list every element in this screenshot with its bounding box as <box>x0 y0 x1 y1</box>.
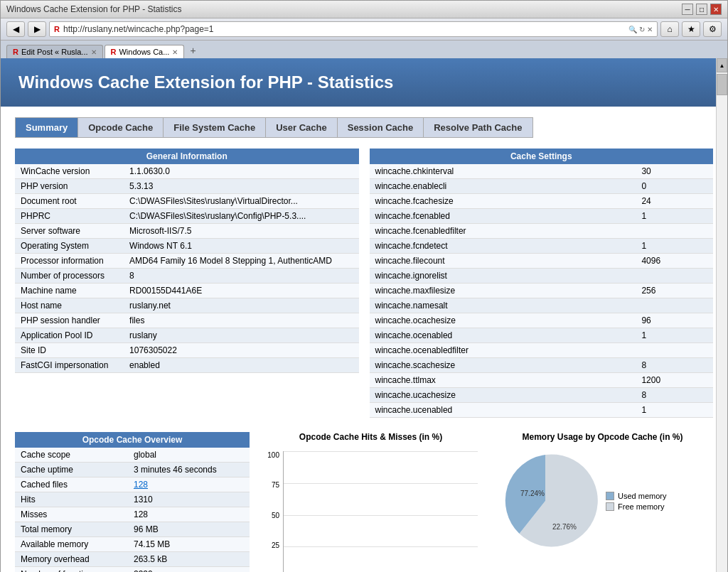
row-value: 1076305022 <box>124 343 358 358</box>
search-icon[interactable]: 🔍 <box>628 26 637 33</box>
row-value: C:\DWASFiles\Sites\ruslany\VirtualDirect… <box>124 194 358 209</box>
row-key: Host name <box>15 298 124 313</box>
row-value: AMD64 Family 16 Model 8 Stepping 1, Auth… <box>124 254 358 269</box>
row-key: Number of processors <box>15 269 124 284</box>
tab-bar: R Edit Post « Rusla... ✕ R Windows Ca...… <box>1 41 727 58</box>
pie-legend: Used memory Free memory <box>606 492 666 513</box>
table-row: Hits1310 <box>15 492 250 507</box>
row-key: FastCGI impersonation <box>15 358 124 373</box>
row-value: C:\DWASFiles\Sites\ruslany\Config\PHP-5.… <box>124 209 358 224</box>
row-key: Misses <box>15 507 128 522</box>
tab-resolve-path-cache[interactable]: Resolve Path Cache <box>424 117 532 138</box>
table-row: wincache.ttlmax1200 <box>370 373 714 388</box>
row-value: 0 <box>636 179 713 194</box>
cache-settings-header: Cache Settings <box>370 149 714 164</box>
minimize-button[interactable]: ─ <box>682 4 693 15</box>
charts-area: Opcode Cache Hits & Misses (in %) 100 75… <box>260 432 713 572</box>
tab-summary[interactable]: Summary <box>15 117 78 138</box>
bar-chart-container: Opcode Cache Hits & Misses (in %) 100 75… <box>260 432 481 572</box>
tab-file-system-cache[interactable]: File System Cache <box>164 117 266 138</box>
row-value: 1 <box>636 328 713 343</box>
gridline-50 <box>284 515 478 516</box>
table-row: wincache.ocenabledfilter <box>370 343 714 358</box>
row-value: enabled <box>124 358 358 373</box>
row-key: Memory overhead <box>15 552 128 567</box>
row-value: global <box>128 448 250 463</box>
tab-user-cache[interactable]: User Cache <box>266 117 338 138</box>
row-key: wincache.fcachesize <box>370 194 636 209</box>
tab-close-2[interactable]: ✕ <box>172 48 178 56</box>
refresh-icon[interactable]: ↻ <box>639 26 645 33</box>
general-info-header: General Information <box>15 149 359 164</box>
table-row: Total memory96 MB <box>15 522 250 537</box>
pie-used-label: 22.76% <box>552 523 577 531</box>
stop-icon[interactable]: ✕ <box>647 26 653 33</box>
scroll-up[interactable]: ▲ <box>717 58 727 72</box>
opcode-overview-header: Opcode Cache Overview <box>15 432 250 448</box>
favorites-button[interactable]: ★ <box>682 21 700 37</box>
gridline-25 <box>284 546 478 547</box>
address-icons: 🔍 ↻ ✕ <box>628 26 653 33</box>
row-value: 128 <box>128 507 250 522</box>
page-content: Windows Cache Extension for PHP - Statis… <box>1 58 727 572</box>
row-key: WinCache version <box>15 164 124 179</box>
gridline-100 <box>284 451 478 452</box>
row-value: 263.5 kB <box>128 552 250 567</box>
table-row: Document rootC:\DWASFiles\Sites\ruslany\… <box>15 194 359 209</box>
table-row: Cache uptime3 minutes 46 seconds <box>15 463 250 477</box>
row-value: 1.1.0630.0 <box>124 164 358 179</box>
row-value: 96 MB <box>128 522 250 537</box>
row-key: wincache.ucenabled <box>370 403 636 418</box>
row-key: PHPRC <box>15 209 124 224</box>
back-button[interactable]: ◀ <box>6 21 25 37</box>
y-axis: 100 75 50 25 0 <box>260 451 282 572</box>
gridline-75 <box>284 483 478 484</box>
browser-tab-2[interactable]: R Windows Ca... ✕ <box>105 45 185 58</box>
scroll-thumb[interactable] <box>717 74 727 95</box>
cache-settings-table: Cache Settings wincache.chkinterval30win… <box>370 149 714 418</box>
row-value: 74.15 MB <box>128 537 250 552</box>
cache-settings-section: Cache Settings wincache.chkinterval30win… <box>370 149 714 418</box>
row-key: Total memory <box>15 522 128 537</box>
row-value: 2330 <box>128 567 250 573</box>
settings-button[interactable]: ⚙ <box>703 21 722 37</box>
legend-used: Used memory <box>606 492 666 500</box>
page-header: Windows Cache Extension for PHP - Statis… <box>1 58 727 107</box>
table-row: Server softwareMicrosoft-IIS/7.5 <box>15 224 359 239</box>
row-key: wincache.chkinterval <box>370 164 636 179</box>
row-value[interactable]: 128 <box>128 477 250 492</box>
table-row: wincache.fcachesize24 <box>370 194 714 209</box>
row-key: PHP version <box>15 179 124 194</box>
table-row: FastCGI impersonationenabled <box>15 358 359 373</box>
row-value: 1 <box>636 209 713 224</box>
tab-close-1[interactable]: ✕ <box>91 48 97 56</box>
tab-opcode-cache[interactable]: Opcode Cache <box>78 117 164 138</box>
row-value <box>636 298 713 313</box>
y-label-75: 75 <box>272 481 279 489</box>
row-value <box>636 269 713 284</box>
page-inner: Windows Cache Extension for PHP - Statis… <box>1 58 727 572</box>
row-value: 8 <box>636 388 713 403</box>
new-tab-button[interactable]: + <box>186 43 200 58</box>
pie-chart-container: Memory Usage by Opcode Cache (in %) <box>492 432 713 572</box>
close-button[interactable]: ✕ <box>710 4 722 15</box>
y-label-25: 25 <box>272 541 279 549</box>
scrollbar[interactable]: ▲ <box>716 58 727 572</box>
legend-free: Free memory <box>606 502 666 511</box>
maximize-button[interactable]: □ <box>696 4 707 15</box>
table-row: Number of functions2330 <box>15 567 250 573</box>
row-key: wincache.fcenabledfilter <box>370 224 636 239</box>
row-key: Cache uptime <box>15 463 128 477</box>
home-button[interactable]: ⌂ <box>660 21 679 37</box>
table-row: wincache.maxfilesize256 <box>370 284 714 298</box>
row-key: wincache.ocachesize <box>370 313 636 328</box>
address-bar[interactable]: R http://ruslany.net/wincache.php?page=1… <box>49 21 658 37</box>
table-row: WinCache version1.1.0630.0 <box>15 164 359 179</box>
row-key: wincache.filecount <box>370 254 636 269</box>
cached-files-link[interactable]: 128 <box>134 480 148 490</box>
row-key: Number of functions <box>15 567 128 573</box>
forward-button[interactable]: ▶ <box>28 21 46 37</box>
tab-session-cache[interactable]: Session Cache <box>338 117 424 138</box>
browser-tab-1[interactable]: R Edit Post « Rusla... ✕ <box>6 45 103 58</box>
page-title: Windows Cache Extension for PHP - Statis… <box>18 72 710 92</box>
